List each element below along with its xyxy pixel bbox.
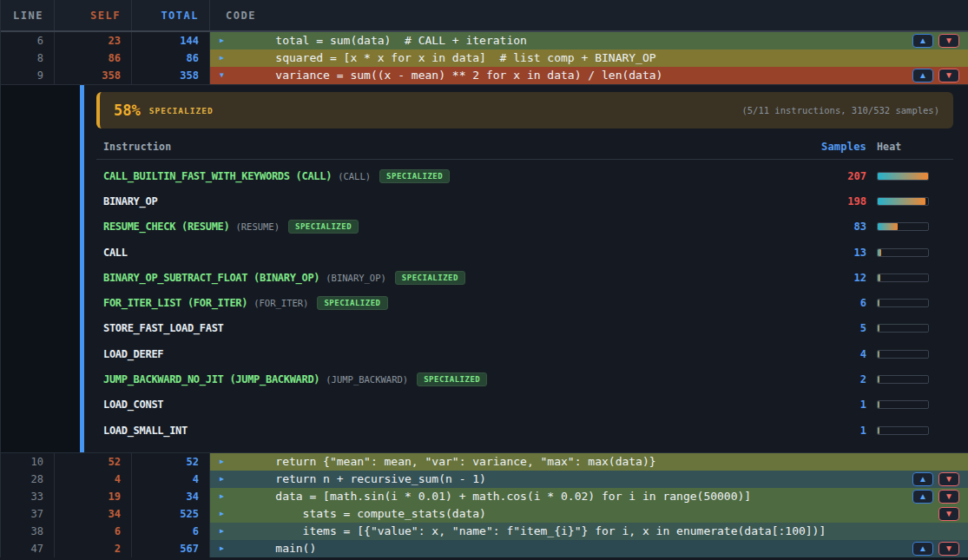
expand-arrow-icon[interactable]: ▶ [220, 471, 248, 488]
heat-bar [877, 273, 929, 282]
code-rows-top: 6 23 144 ▶ total = sum(data) # CALL + it… [1, 32, 968, 84]
code-cell[interactable]: ▶ main() ▲▼ [210, 540, 968, 557]
jump-down-button[interactable]: ▼ [938, 34, 959, 48]
jump-up-button[interactable]: ▲ [912, 34, 933, 48]
specialization-meta: (5/11 instructions, 310/532 samples) [741, 105, 939, 115]
jump-up-button[interactable]: ▲ [912, 542, 933, 556]
code-cell[interactable]: ▶ data = [math.sin(i * 0.01) + math.cos(… [210, 488, 968, 505]
code-cell[interactable]: ▶ return {"mean": mean, "var": variance,… [210, 453, 968, 471]
code-line-row: 28 4 4 ▶ return n + recursive_sum(n - 1)… [1, 471, 968, 488]
self-samples-value: 358 [55, 67, 132, 84]
heat-bar-fill [878, 401, 879, 408]
jump-up-button[interactable]: ▲ [912, 490, 933, 504]
heat-bar-fill [878, 274, 880, 281]
total-samples-value: 525 [132, 505, 210, 523]
jump-down-button[interactable]: ▼ [938, 542, 959, 556]
total-samples-value: 52 [132, 453, 210, 471]
jump-up-button[interactable]: ▲ [912, 69, 933, 82]
heat-bar-fill [878, 300, 879, 306]
instruction-name: RESUME_CHECK (RESUME) [103, 221, 229, 233]
total-samples-value: 144 [132, 32, 210, 49]
expand-arrow-icon[interactable]: ▶ [220, 49, 248, 67]
instruction-row: CALL_BUILTIN_FAST_WITH_KEYWORDS (CALL) (… [96, 163, 953, 188]
code-line-row: 6 23 144 ▶ total = sum(data) # CALL + it… [1, 32, 968, 49]
line-number: 9 [1, 67, 55, 84]
code-rows-bottom: 10 52 52 ▶ return {"mean": mean, "var": … [1, 453, 968, 557]
instruction-samples: 1 [784, 425, 866, 437]
code-text: return n + recursive_sum(n - 1) [248, 471, 486, 488]
header-instruction: Instruction [103, 141, 784, 153]
code-cell[interactable]: ▶ total = sum(data) # CALL + iteration ▲… [210, 32, 968, 49]
instruction-name: STORE_FAST_LOAD_FAST [103, 322, 224, 334]
expand-arrow-icon[interactable]: ▼ [220, 67, 248, 84]
instruction-base-opcode: (FOR_ITER) [254, 298, 308, 308]
expand-arrow-icon[interactable]: ▶ [220, 523, 248, 540]
code-line-row: 9 358 358 ▼ variance = sum((x - mean) **… [1, 67, 968, 84]
line-number: 6 [1, 32, 55, 49]
heat-bar-fill [878, 249, 881, 256]
instruction-row: BINARY_OP_SUBTRACT_FLOAT (BINARY_OP) (BI… [96, 265, 953, 290]
heat-bar-fill [878, 351, 879, 358]
code-cell[interactable]: ▶ items = [{"value": x, "name": f"item_{… [210, 523, 968, 540]
self-samples-value: 52 [55, 453, 132, 471]
jump-down-button[interactable]: ▼ [938, 490, 959, 504]
code-text: data = [math.sin(i * 0.01) + math.cos(i … [248, 488, 751, 505]
self-samples-value: 2 [55, 540, 132, 557]
code-line-row: 33 19 34 ▶ data = [math.sin(i * 0.01) + … [1, 488, 968, 505]
code-cell[interactable]: ▶ stats = compute_stats(data) ▼ [210, 505, 968, 523]
heat-bar [877, 350, 929, 359]
line-number: 37 [1, 505, 55, 523]
instruction-name: BINARY_OP_SUBTRACT_FLOAT (BINARY_OP) [103, 272, 319, 284]
jump-down-button[interactable]: ▼ [938, 69, 959, 82]
instruction-row: LOAD_DEREF 4 [96, 341, 953, 366]
instruction-name: BINARY_OP [103, 195, 157, 208]
heat-bar [877, 172, 929, 181]
code-cell[interactable]: ▶ return n + recursive_sum(n - 1) ▲▼ [210, 471, 968, 488]
code-text: total = sum(data) # CALL + iteration [248, 32, 527, 49]
code-text: variance = sum((x - mean) ** 2 for x in … [248, 67, 662, 84]
expand-arrow-icon[interactable]: ▶ [220, 540, 248, 557]
profiler-table: LINE SELF TOTAL CODE 6 23 144 ▶ total = … [0, 0, 968, 557]
header-samples: Samples [784, 141, 866, 153]
jump-down-button[interactable]: ▼ [938, 472, 959, 486]
instruction-row: JUMP_BACKWARD_NO_JIT (JUMP_BACKWARD) (JU… [96, 366, 953, 392]
heat-bar [877, 248, 929, 257]
instruction-name: CALL [103, 247, 128, 259]
instruction-rows: CALL_BUILTIN_FAST_WITH_KEYWORDS (CALL) (… [96, 163, 953, 443]
expand-arrow-icon[interactable]: ▶ [220, 505, 248, 523]
instruction-name: LOAD_DEREF [103, 348, 163, 360]
expand-arrow-icon[interactable]: ▶ [220, 453, 248, 471]
heat-bar-fill [878, 173, 928, 180]
self-samples-value: 6 [55, 523, 132, 540]
heat-bar [877, 324, 929, 333]
total-samples-value: 6 [132, 523, 210, 540]
specialized-badge: SPECIALIZED [395, 271, 465, 285]
expand-arrow-icon[interactable]: ▶ [220, 32, 248, 49]
instruction-base-opcode: (RESUME) [235, 221, 280, 232]
code-text: main() [248, 540, 316, 557]
code-line-row: 10 52 52 ▶ return {"mean": mean, "var": … [1, 453, 968, 471]
line-number: 8 [1, 49, 55, 67]
instruction-table-header: Instruction Samples Heat [96, 141, 953, 160]
expand-arrow-icon[interactable]: ▶ [220, 488, 248, 505]
instruction-samples: 207 [784, 170, 866, 182]
total-samples-value: 4 [132, 471, 210, 488]
instruction-samples: 6 [784, 297, 866, 309]
line-number: 28 [1, 471, 55, 488]
specialization-banner: 58% SPECIALIZED (5/11 instructions, 310/… [96, 92, 953, 128]
jump-down-button[interactable]: ▼ [938, 507, 959, 521]
instruction-samples: 198 [784, 195, 866, 208]
instruction-base-opcode: (CALL) [338, 171, 371, 181]
instruction-name: CALL_BUILTIN_FAST_WITH_KEYWORDS (CALL) [103, 170, 332, 182]
heat-bar-fill [878, 198, 925, 205]
instruction-row: RESUME_CHECK (RESUME) (RESUME) SPECIALIZ… [96, 214, 953, 240]
code-cell[interactable]: ▼ variance = sum((x - mean) ** 2 for x i… [210, 67, 968, 84]
code-text: return {"mean": mean, "var": variance, "… [248, 453, 656, 471]
jump-up-button[interactable]: ▲ [912, 472, 933, 486]
self-samples-value: 34 [55, 505, 132, 523]
specialized-badge: SPECIALIZED [317, 296, 387, 310]
total-samples-value: 567 [132, 540, 210, 557]
instruction-samples: 12 [784, 272, 866, 284]
code-cell[interactable]: ▶ squared = [x * x for x in data] # list… [210, 49, 968, 67]
self-samples-value: 4 [55, 471, 132, 488]
